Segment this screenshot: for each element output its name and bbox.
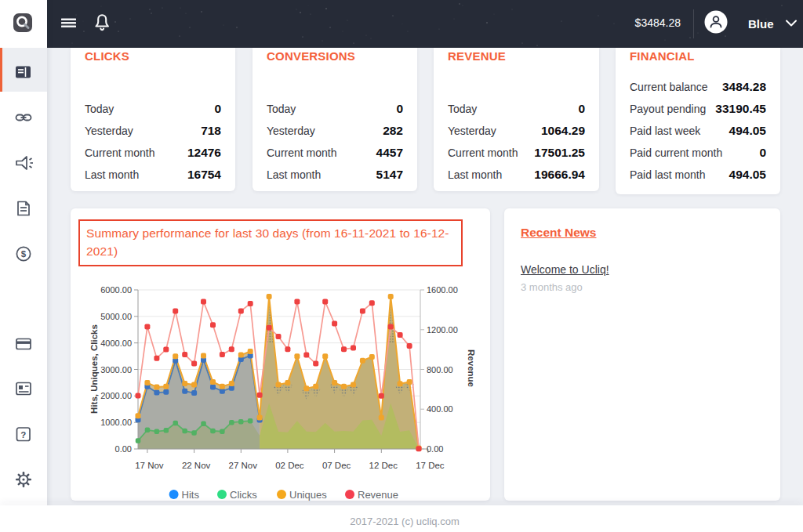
svg-text:Uniques: Uniques: [289, 489, 327, 501]
svg-text:Revenue: Revenue: [467, 349, 476, 387]
svg-text:1600.00: 1600.00: [427, 285, 458, 295]
svg-text:12 Dec: 12 Dec: [369, 461, 398, 470]
svg-text:1200.00: 1200.00: [427, 325, 458, 335]
svg-text:17 Dec: 17 Dec: [416, 461, 445, 470]
svg-text:3000.00: 3000.00: [100, 365, 132, 375]
svg-text:$: $: [21, 249, 27, 259]
svg-text:22 Nov: 22 Nov: [182, 461, 211, 470]
svg-text:400.00: 400.00: [427, 404, 453, 414]
svg-text:5000.00: 5000.00: [100, 312, 132, 321]
svg-text:Revenue: Revenue: [358, 489, 398, 501]
svg-text:0.00: 0.00: [427, 444, 443, 454]
svg-text:17 Nov: 17 Nov: [135, 461, 164, 470]
svg-text:4000.00: 4000.00: [100, 338, 132, 348]
svg-text:800.00: 800.00: [427, 365, 453, 375]
svg-text:Hits, Uniques, Clicks: Hits, Uniques, Clicks: [89, 324, 99, 414]
svg-text:07 Dec: 07 Dec: [322, 461, 351, 470]
svg-text:27 Nov: 27 Nov: [229, 461, 258, 470]
svg-text:0.00: 0.00: [115, 444, 132, 454]
svg-text:02 Dec: 02 Dec: [275, 461, 304, 470]
svg-text:Hits: Hits: [182, 489, 200, 501]
svg-text:6000.00: 6000.00: [100, 285, 132, 295]
svg-text:2000.00: 2000.00: [100, 391, 132, 400]
svg-text:Clicks: Clicks: [230, 489, 257, 501]
svg-text:1000.00: 1000.00: [100, 418, 132, 427]
svg-text:?: ?: [20, 429, 26, 439]
